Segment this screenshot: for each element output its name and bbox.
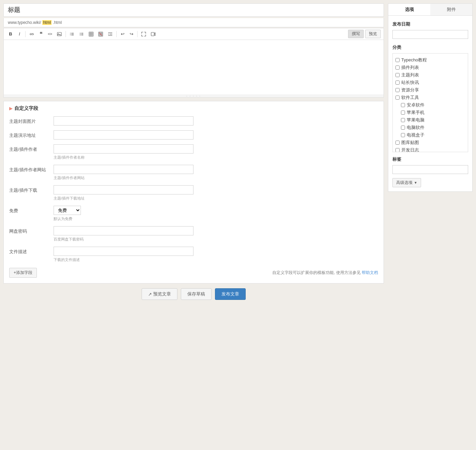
link-button[interactable] <box>27 30 36 38</box>
quote-button[interactable]: ❝ <box>37 30 45 38</box>
category-label-gallery[interactable]: 图库贴图 <box>401 140 419 146</box>
field-input-demo[interactable] <box>54 130 193 140</box>
sidebar-options-content: 发布日期 分类 Typecho教程 插件列表 主题列表 <box>388 16 472 191</box>
category-label-tv-box[interactable]: 电视盒子 <box>407 132 424 138</box>
indent-button[interactable] <box>106 30 115 38</box>
category-label-typecho[interactable]: Typecho教程 <box>401 57 427 63</box>
field-label-file-desc: 文件描述 <box>9 247 54 255</box>
ol-button[interactable]: 1.2.3. <box>68 30 76 38</box>
field-label-free: 免费 <box>9 206 54 214</box>
category-label-devlog[interactable]: 开发日志 <box>401 147 419 152</box>
category-checkbox-devlog[interactable] <box>395 148 400 152</box>
field-row-cover: 主题封面图片 <box>9 116 378 126</box>
category-checkbox-pc-software[interactable] <box>401 126 405 130</box>
category-checkbox-theme[interactable] <box>395 73 400 77</box>
category-checkbox-android[interactable] <box>401 103 405 107</box>
category-label-iphone[interactable]: 苹果手机 <box>407 110 424 116</box>
video-button[interactable] <box>149 30 158 38</box>
category-checkbox-tv-box[interactable] <box>401 133 405 137</box>
category-item-typecho: Typecho教程 <box>395 56 465 64</box>
italic-button[interactable]: I <box>15 30 24 38</box>
help-link[interactable]: 帮助文档 <box>362 270 378 275</box>
category-checkbox-mac[interactable] <box>401 118 405 122</box>
preview-article-button[interactable]: ↗ 预览文章 <box>142 288 177 300</box>
preview-mode-button[interactable]: 预览 <box>365 30 381 38</box>
fullscreen-button[interactable] <box>139 30 148 38</box>
publish-date-input[interactable] <box>392 30 468 39</box>
field-input-download[interactable] <box>54 185 193 194</box>
category-label-android[interactable]: 安卓软件 <box>407 102 424 108</box>
svg-point-9 <box>80 34 81 34</box>
url-bar: www.typecho.wiki/ html .html <box>3 18 384 27</box>
category-label-pc-software[interactable]: 电脑软件 <box>407 125 424 131</box>
toolbar: B I ❝ <> 1.2.3. <box>4 28 384 40</box>
write-mode-button[interactable]: 撰写 <box>348 30 364 38</box>
ul-button[interactable] <box>77 30 86 38</box>
url-prefix: www.typecho.wiki/ <box>8 20 41 25</box>
code-button[interactable]: <> <box>46 30 54 38</box>
custom-fields-section: ▶ 自定义字段 主题封面图片 主题演示地址 主题/插件作者 <box>3 101 384 284</box>
category-checkbox-resource[interactable] <box>395 88 400 92</box>
category-label-news[interactable]: 站长快讯 <box>401 79 419 86</box>
add-field-button[interactable]: +添加字段 <box>9 268 37 278</box>
image-button[interactable] <box>55 30 64 38</box>
category-checkbox-iphone[interactable] <box>401 111 405 115</box>
table-delete-button[interactable] <box>96 30 105 38</box>
tab-attachment[interactable]: 附件 <box>430 4 472 15</box>
editor-body[interactable] <box>4 40 384 95</box>
tags-label: 标签 <box>392 156 468 162</box>
sidebar: 选项 附件 发布日期 分类 Typecho教程 插件列表 <box>388 3 473 195</box>
category-item-mac: 苹果电脑 <box>395 116 465 124</box>
field-hint-author: 主题/插件作者名称 <box>54 155 378 160</box>
action-bar: ↗ 预览文章 保存草稿 发布文章 <box>3 288 384 300</box>
field-input-cover[interactable] <box>54 116 193 126</box>
category-checkbox-typecho[interactable] <box>395 58 400 62</box>
bold-button[interactable]: B <box>6 30 15 38</box>
category-label: 分类 <box>392 44 468 50</box>
category-checkbox-software[interactable] <box>395 96 400 100</box>
category-checkbox-gallery[interactable] <box>395 141 400 145</box>
category-item-tv-box: 电视盒子 <box>395 131 465 139</box>
field-input-author-site[interactable] <box>54 165 193 174</box>
category-label-plugin[interactable]: 插件列表 <box>401 64 419 71</box>
publish-button[interactable]: 发布文章 <box>215 288 246 300</box>
field-row-download: 主题/插件下载 主题/插件下载地址 <box>9 185 378 201</box>
table-insert-button[interactable] <box>87 30 96 38</box>
category-item-plugin: 插件列表 <box>395 64 465 71</box>
undo-button[interactable]: ↩ <box>118 30 127 38</box>
field-input-author[interactable] <box>54 144 193 154</box>
field-hint-netdisk: 百度网盘下载密码 <box>54 237 378 242</box>
preview-icon: ↗ <box>148 292 152 297</box>
url-suffix: .html <box>53 20 62 25</box>
svg-point-10 <box>80 35 81 35</box>
save-draft-button[interactable]: 保存草稿 <box>181 288 212 300</box>
field-row-file-desc: 文件描述 下载的文件描述 <box>9 247 378 262</box>
editor-area: B I ❝ <> 1.2.3. <box>3 28 384 98</box>
svg-line-24 <box>99 33 102 35</box>
category-label-resource[interactable]: 资源分享 <box>401 87 419 93</box>
advanced-options-button[interactable]: 高级选项 ▼ <box>392 178 421 187</box>
field-row-author: 主题/插件作者 主题/插件作者名称 <box>9 144 378 160</box>
category-label-mac[interactable]: 苹果电脑 <box>407 117 424 123</box>
category-item-news: 站长快讯 <box>395 79 465 86</box>
field-input-netdisk[interactable] <box>54 226 193 235</box>
category-label-theme[interactable]: 主题列表 <box>401 72 419 78</box>
category-item-resource: 资源分享 <box>395 86 465 94</box>
category-checkbox-news[interactable] <box>395 81 400 85</box>
svg-point-8 <box>80 33 81 33</box>
tags-input[interactable] <box>392 165 468 174</box>
url-slug: html <box>42 20 52 25</box>
editor-resize-handle[interactable]: · · · · · <box>4 95 384 97</box>
field-hint-file-desc: 下载的文件描述 <box>54 257 378 262</box>
field-select-free[interactable]: 免费 付费 <box>54 206 81 215</box>
field-input-file-desc[interactable] <box>54 247 193 256</box>
tab-options[interactable]: 选项 <box>388 4 430 15</box>
category-label-software[interactable]: 软件工具 <box>401 95 419 101</box>
redo-button[interactable]: ↪ <box>127 30 135 38</box>
publish-date-label: 发布日期 <box>392 21 468 27</box>
title-input[interactable] <box>8 6 379 14</box>
category-checkbox-plugin[interactable] <box>395 66 400 70</box>
field-row-free: 免费 免费 付费 默认为免费 <box>9 206 378 221</box>
help-text: 自定义字段可以扩展你的模板功能, 使用方法参见 帮助文档 <box>272 270 378 276</box>
field-hint-free: 默认为免费 <box>54 216 378 221</box>
